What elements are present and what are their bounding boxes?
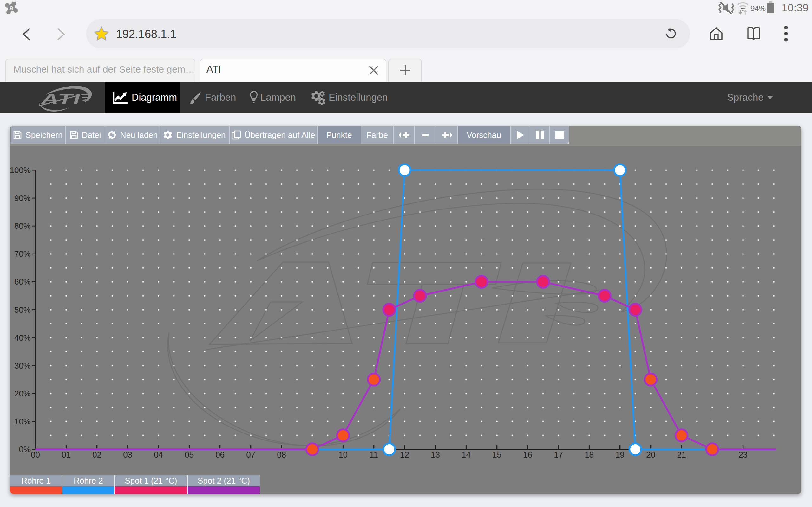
- svg-text:16: 16: [523, 450, 532, 459]
- svg-text:00: 00: [31, 450, 40, 459]
- svg-text:21: 21: [677, 450, 686, 459]
- svg-text:02: 02: [92, 450, 101, 459]
- svg-text:17: 17: [554, 450, 563, 459]
- svg-text:0%: 0%: [19, 445, 31, 454]
- svg-text:80%: 80%: [14, 221, 31, 231]
- svg-text:20%: 20%: [14, 389, 31, 398]
- svg-text:ATI: ATI: [41, 90, 81, 107]
- svg-text:10%: 10%: [14, 417, 31, 426]
- svg-text:15: 15: [492, 450, 502, 459]
- svg-text:50%: 50%: [14, 305, 31, 315]
- svg-text:70%: 70%: [14, 249, 31, 259]
- svg-text:06: 06: [215, 450, 224, 459]
- svg-text:20: 20: [646, 450, 655, 459]
- svg-text:04: 04: [154, 450, 163, 459]
- svg-text:100%: 100%: [10, 165, 31, 175]
- svg-text:19: 19: [615, 450, 624, 459]
- svg-text:12: 12: [400, 450, 409, 459]
- svg-text:05: 05: [185, 450, 194, 459]
- svg-text:30%: 30%: [14, 361, 31, 371]
- svg-text:01: 01: [61, 450, 71, 459]
- svg-text:40%: 40%: [14, 333, 31, 343]
- svg-text:13: 13: [431, 450, 440, 459]
- svg-text:03: 03: [123, 450, 132, 459]
- svg-text:60%: 60%: [14, 277, 31, 286]
- svg-text:07: 07: [246, 450, 255, 459]
- svg-text:11: 11: [369, 450, 378, 459]
- svg-text:a: a: [9, 3, 14, 12]
- svg-text:90%: 90%: [14, 193, 31, 203]
- svg-text:14: 14: [461, 450, 471, 459]
- svg-text:18: 18: [585, 450, 594, 459]
- svg-text:08: 08: [277, 450, 286, 459]
- svg-text:23: 23: [739, 450, 748, 459]
- svg-text:10: 10: [339, 450, 348, 459]
